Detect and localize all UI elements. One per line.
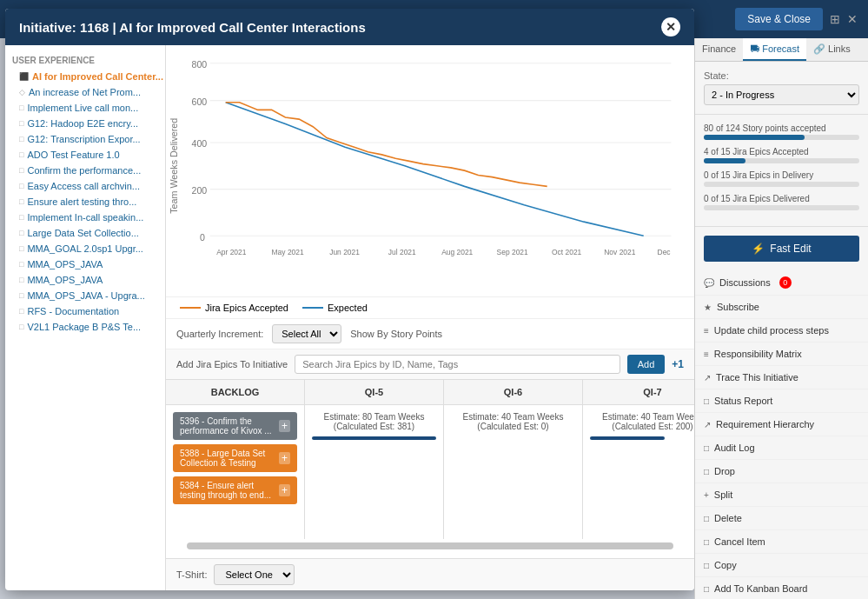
card-plus-5388[interactable]: +	[279, 452, 290, 464]
burndown-chart: 800 600 400 200 0 Team Weeks Delivered A…	[166, 54, 680, 296]
modal-title: Initiative: 1168 | AI for Improved Call …	[19, 20, 366, 35]
tab-forecast[interactable]: ⛟ Forecast	[743, 38, 806, 61]
save-close-button[interactable]: Save & Close	[735, 8, 823, 30]
action-split-label: Split	[714, 489, 732, 500]
add-kanban-icon: □	[704, 584, 709, 594]
close-top-icon[interactable]: ✕	[847, 12, 858, 26]
split-icon: +	[704, 490, 709, 500]
svg-text:Sep 2021: Sep 2021	[497, 248, 528, 256]
action-audit-log[interactable]: □ Audit Log	[695, 436, 868, 460]
status-report-icon: □	[704, 396, 709, 406]
tshirt-select[interactable]: Select One	[214, 564, 295, 585]
sidebar-item-transcription[interactable]: □G12: Transcription Expor...	[5, 131, 165, 147]
chart-legend: Jira Epics Accepted Expected	[166, 297, 694, 319]
sidebar-item-mma-goal[interactable]: □MMA_GOAL 2.0sp1 Upgr...	[5, 241, 165, 256]
expected-label: Expected	[328, 303, 368, 313]
qi7-estimate-bar	[590, 436, 665, 440]
kanban-col-qi6: QI-6 Estimate: 40 Team Weeks(Calculated …	[444, 380, 583, 539]
sidebar-item-mma-ops-java2[interactable]: □MMA_OPS_JAVA	[5, 272, 165, 288]
sidebar-item-label: Ensure alert testing thro...	[27, 196, 136, 207]
action-req-hierarchy[interactable]: ↗ Requirement Hierarchy	[695, 413, 868, 436]
epic-card-5384[interactable]: 5384 - Ensure alert testing through to e…	[173, 476, 297, 504]
svg-text:Team Weeks Delivered: Team Weeks Delivered	[169, 118, 179, 214]
card-plus-5396[interactable]: +	[279, 420, 290, 432]
action-discussions-label: Discussions	[719, 277, 771, 288]
sidebar-item-label: RFS - Documentation	[27, 306, 119, 316]
sidebar-item-icon: □	[19, 182, 23, 190]
sidebar-item-icon: □	[19, 276, 23, 284]
action-add-kanban[interactable]: □ Add To Kanban Board	[695, 577, 868, 599]
sidebar-item-confirm-perf[interactable]: □Confirm the performance...	[5, 163, 165, 178]
action-split[interactable]: + Split	[695, 483, 868, 507]
action-cancel-item[interactable]: □ Cancel Item	[695, 530, 868, 554]
sidebar-item-ensure-alert[interactable]: □Ensure alert testing thro...	[5, 194, 165, 210]
chart-area: 800 600 400 200 0 Team Weeks Delivered A…	[166, 45, 694, 297]
action-audit-log-label: Audit Log	[714, 443, 754, 453]
kanban-col-header-backlog: BACKLOG	[166, 380, 304, 405]
progress-epics-delivered-bar-bg	[704, 205, 859, 210]
epics-plus-label: +1	[672, 358, 684, 370]
state-section: State: 2 - In Progress	[695, 62, 868, 115]
progress-section: 80 of 124 Story points accepted 4 of 15 …	[695, 115, 868, 227]
progress-story-points: 80 of 124 Story points accepted	[704, 123, 859, 140]
sidebar-item-icon: □	[19, 135, 23, 143]
svg-text:Jul 2021: Jul 2021	[388, 248, 416, 256]
sidebar-item-icon: ◇	[19, 88, 25, 97]
grid-icon[interactable]: ⊞	[830, 12, 840, 26]
svg-text:600: 600	[192, 97, 208, 107]
sidebar-item-live-call[interactable]: □Implement Live call mon...	[5, 100, 165, 116]
action-delete[interactable]: □ Delete	[695, 507, 868, 530]
action-discussions[interactable]: 💬 Discussions 0	[695, 270, 868, 296]
horizontal-scrollbar[interactable]	[187, 542, 673, 549]
modal-close-button[interactable]: ✕	[661, 17, 680, 37]
action-update-child[interactable]: ≡ Update child process steps	[695, 319, 868, 343]
sidebar-item-icon: □	[19, 291, 23, 300]
sidebar-item-mma-ops-java-upgr[interactable]: □MMA_OPS_JAVA - Upgra...	[5, 288, 165, 303]
progress-story-bar-bg	[704, 135, 859, 140]
chart-controls: Quarterly Increment: Select All Show By …	[166, 319, 694, 349]
sidebar-item-label: MMA_GOAL 2.0sp1 Upgr...	[27, 243, 142, 254]
sidebar-item-label: MMA_OPS_JAVA	[27, 275, 103, 285]
sidebar-item-hadoop[interactable]: □G12: Hadoop E2E encry...	[5, 116, 165, 131]
action-trace[interactable]: ↗ Trace This Initiative	[695, 366, 868, 389]
sidebar-item-v2l1[interactable]: □V2L1 Package B P&S Te...	[5, 319, 165, 335]
sidebar-item-large-data[interactable]: □Large Data Set Collectio...	[5, 225, 165, 241]
audit-log-icon: □	[704, 443, 709, 453]
svg-text:Nov 2021: Nov 2021	[604, 248, 635, 256]
sidebar-item-in-call[interactable]: □Implement In-call speakin...	[5, 210, 165, 225]
state-select[interactable]: 2 - In Progress	[704, 84, 859, 105]
epic-card-label-5388: 5388 - Large Data Set Collection & Testi…	[180, 449, 279, 468]
cancel-item-icon: □	[704, 537, 709, 547]
progress-epics-accepted: 4 of 15 Jira Epics Accepted	[704, 147, 859, 163]
sidebar-item-net-prom[interactable]: ◇An increase of Net Prom...	[5, 84, 165, 100]
quarterly-select[interactable]: Select All	[272, 324, 341, 343]
sidebar-item-easy-access[interactable]: □Easy Access call archvin...	[5, 178, 165, 194]
action-drop[interactable]: □ Drop	[695, 460, 868, 483]
sidebar-item-label: MMA_OPS_JAVA - Upgra...	[27, 290, 144, 301]
fast-edit-button[interactable]: ⚡ Fast Edit	[704, 236, 859, 262]
svg-text:800: 800	[192, 59, 208, 70]
action-req-hierarchy-label: Requirement Hierarchy	[716, 419, 814, 429]
epics-search-input[interactable]	[295, 355, 620, 374]
sidebar-item-ai-call-center[interactable]: ⬛AI for Improved Call Center...	[5, 69, 165, 84]
state-label: State:	[704, 70, 859, 81]
action-copy[interactable]: □ Copy	[695, 554, 868, 577]
tab-finance[interactable]: Finance	[695, 38, 743, 61]
progress-epics-delivery-label: 0 of 15 Jira Epics in Delivery	[704, 170, 859, 180]
epic-card-5396[interactable]: 5396 - Confirm the performance of Kivox …	[173, 412, 297, 440]
epic-card-5388[interactable]: 5388 - Large Data Set Collection & Testi…	[173, 444, 297, 472]
right-panel-tabs: Finance ⛟ Forecast 🔗 Links	[695, 38, 868, 62]
epics-add-button[interactable]: Add	[627, 355, 666, 374]
action-status-report[interactable]: □ Status Report	[695, 389, 868, 413]
tab-links[interactable]: 🔗 Links	[806, 38, 858, 61]
action-resp-matrix[interactable]: ≡ Responsibility Matrix	[695, 343, 868, 366]
action-subscribe[interactable]: ★ Subscribe	[695, 296, 868, 319]
legend-accepted: Jira Epics Accepted	[180, 303, 288, 313]
card-plus-5384[interactable]: +	[279, 484, 290, 496]
sidebar-item-rfs-doc[interactable]: □RFS - Documentation	[5, 303, 165, 319]
sidebar-item-mma-ops-java[interactable]: □MMA_OPS_JAVA	[5, 256, 165, 272]
sidebar-item-ado-test[interactable]: □ADO Test Feature 1.0	[5, 147, 165, 163]
sidebar-item-label: MMA_OPS_JAVA	[27, 259, 103, 270]
epic-card-label-5384: 5384 - Ensure alert testing through to e…	[180, 481, 279, 500]
sidebar-item-icon: □	[19, 119, 23, 128]
